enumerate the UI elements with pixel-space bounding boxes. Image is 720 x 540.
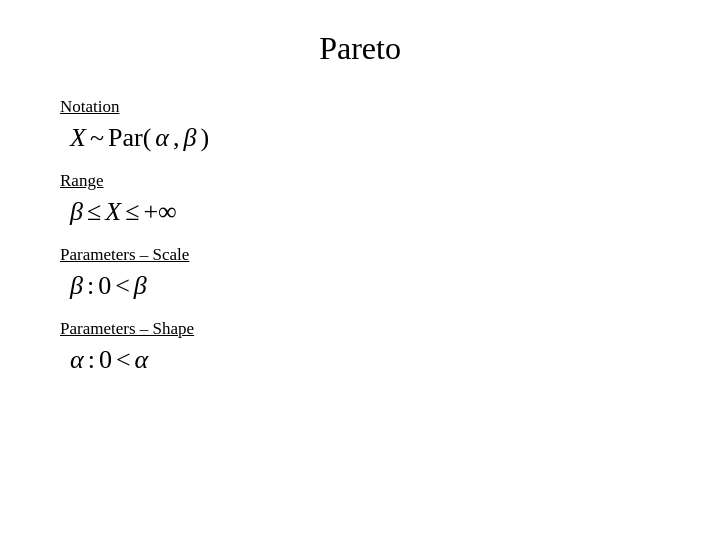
- scale-colon: :: [87, 271, 94, 301]
- scale-math: β : 0 < β: [60, 271, 660, 301]
- notation-tilde: ~: [90, 123, 104, 153]
- section-range: Range β ≤ X ≤ +∞: [60, 171, 660, 227]
- notation-par: Par(: [108, 123, 151, 153]
- scale-lt: <: [115, 271, 130, 301]
- scale-beta2: β: [134, 271, 147, 301]
- range-label: Range: [60, 171, 660, 191]
- scale-zero: 0: [98, 271, 111, 301]
- range-inf: +∞: [143, 197, 176, 227]
- page-container: Pareto Notation X ~ Par( α , β ) Range β…: [0, 0, 720, 540]
- section-notation: Notation X ~ Par( α , β ): [60, 97, 660, 153]
- notation-math: X ~ Par( α , β ): [60, 123, 660, 153]
- range-beta: β: [70, 197, 83, 227]
- scale-beta1: β: [70, 271, 83, 301]
- notation-alpha: α: [155, 123, 169, 153]
- notation-close-paren: ): [200, 123, 209, 153]
- notation-x: X: [70, 123, 86, 153]
- shape-zero: 0: [99, 345, 112, 375]
- scale-label: Parameters – Scale: [60, 245, 660, 265]
- shape-lt: <: [116, 345, 131, 375]
- range-leq1: ≤: [87, 197, 101, 227]
- range-math: β ≤ X ≤ +∞: [60, 197, 660, 227]
- shape-colon: :: [88, 345, 95, 375]
- shape-math: α : 0 < α: [60, 345, 660, 375]
- notation-label: Notation: [60, 97, 660, 117]
- page-title: Pareto: [60, 30, 660, 67]
- shape-label: Parameters – Shape: [60, 319, 660, 339]
- range-leq2: ≤: [125, 197, 139, 227]
- shape-alpha2: α: [135, 345, 149, 375]
- range-x: X: [105, 197, 121, 227]
- shape-alpha1: α: [70, 345, 84, 375]
- notation-comma: ,: [173, 123, 180, 153]
- section-shape: Parameters – Shape α : 0 < α: [60, 319, 660, 375]
- notation-beta: β: [183, 123, 196, 153]
- section-scale: Parameters – Scale β : 0 < β: [60, 245, 660, 301]
